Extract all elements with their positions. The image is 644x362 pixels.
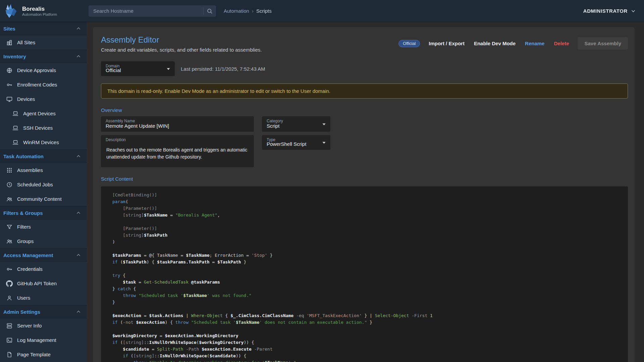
code-line [112,265,620,272]
sidebar-item-label: Users [17,295,30,301]
chevron-up-icon [75,252,82,258]
code-line: $candidate = Split-Path -Path $execActio… [112,346,620,353]
sidebar-item-scheduled-jobs[interactable]: Scheduled Jobs [0,177,87,192]
overview-row-2: Description Reaches out to the remote Bo… [101,135,628,167]
main-content: Assembly Editor Create and edit variable… [87,22,644,362]
sidebar-item-all-sites[interactable]: All Sites [0,35,87,50]
sidebar-section-sites[interactable]: Sites [0,22,87,35]
sidebar-item-server-info[interactable]: Server Info [0,318,87,333]
breadcrumb-item-scripts[interactable]: Scripts [256,8,272,14]
rename-button[interactable]: Rename [522,39,548,48]
dropdown-arrow-icon [320,139,328,146]
domain-select-value: Official [106,67,121,73]
buildings-icon [6,39,13,46]
import-export-button[interactable]: Import / Export [425,39,468,48]
sidebar-item-label: Community Content [17,196,62,202]
code-line: [CmdletBinding()] [112,192,620,198]
sidebar-item-log-management[interactable]: Log Management [0,333,87,347]
readonly-warning-banner: This domain is read-only. Enable Dev Mod… [101,83,628,99]
assembly-name-field[interactable]: Assembly Name Remote Agent Update [WIN] [101,116,254,132]
breadcrumb-item-automation[interactable]: Automation [224,8,249,14]
sidebar-item-groups[interactable]: Groups [0,234,87,248]
code-line [112,306,620,312]
server-icon [6,322,13,329]
code-line: $taskParams = @{ TaskName = $TaskName; E… [112,252,620,259]
code-line: $task = Get-ScheduledTask @taskParams [112,279,620,286]
sidebar-item-enrollment-codes[interactable]: Enrollment Codes [0,77,87,92]
sidebar-section-label: Task Automation [3,154,44,159]
enable-dev-mode-button[interactable]: Enable Dev Mode [471,39,519,48]
sidebar-item-label: Log Management [17,337,56,343]
panel-header: Assembly Editor Create and edit variable… [101,35,628,53]
code-line: try { [112,272,620,279]
page-title: Assembly Editor [101,35,262,45]
terminal-icon [6,337,13,344]
chevron-up-icon [75,25,82,32]
script-content-section-label: Script Content [101,176,628,182]
sidebar-item-filters[interactable]: Filters [0,220,87,234]
code-line: if (-not $execAction) { throw "Scheduled… [112,319,620,326]
sidebar-item-label: Agent Devices [23,111,56,116]
category-select[interactable]: Category Script [262,116,330,132]
search-input[interactable] [89,8,203,14]
sidebar-item-label: Server Info [17,323,42,328]
domain-select[interactable]: Domain Official [101,61,175,76]
key-icon [6,81,13,88]
page-subtitle: Create and edit variables, scripts, and … [101,47,262,53]
sidebar-item-page-template[interactable]: Page Template [0,347,87,362]
sidebar-item-label: All Sites [17,40,35,45]
sidebar-item-label: Scheduled Jobs [17,182,53,187]
sidebar-item-community-content[interactable]: Community Content [0,192,87,206]
brand-title: Borealis [22,6,57,12]
dropdown-arrow-icon [165,65,172,72]
page-icon [6,351,13,358]
type-select[interactable]: Type PowerShell Script [262,135,330,150]
description-field[interactable]: Description Reaches out to the remote Bo… [101,135,254,167]
sidebar-section-task-automation[interactable]: Task Automation [0,149,87,163]
description-label: Description [106,137,126,142]
sidebar-item-github-api-token[interactable]: GitHub API Token [0,276,87,291]
code-line: ) [112,239,620,245]
category-label: Category [267,119,283,123]
sidebar-section-admin-settings[interactable]: Admin Settings [0,305,87,318]
sidebar-item-winrm-devices[interactable]: WinRM Devices [0,135,87,149]
code-line: } catch { [112,286,620,292]
sidebar-item-credentials[interactable]: Credentials [0,262,87,276]
user-menu[interactable]: ADMINISTRATOR [583,8,637,14]
sidebar-item-ssh-devices[interactable]: SSH Devices [0,121,87,135]
code-line: } [112,299,620,306]
script-editor[interactable]: [CmdletBinding()]param( [Parameter()] [s… [101,186,628,362]
code-line: param( [112,198,620,205]
sidebar-item-agent-devices[interactable]: Agent Devices [0,106,87,121]
user-icon [6,295,13,301]
sidebar-item-device-approvals[interactable]: Device Approvals [0,63,87,77]
sidebar-item-devices[interactable]: Devices [0,92,87,106]
brand[interactable]: Borealis Automation Platform [0,4,87,18]
toolbar: Official Import / Export Enable Dev Mode… [398,37,628,50]
key-icon [6,266,13,273]
code-line: if ($TaskPath) { $taskParams.TaskPath = … [112,259,620,265]
sidebar-item-label: Groups [17,238,34,244]
delete-button[interactable]: Delete [550,39,572,48]
code-line: $execAction = $task.Actions | Where-Obje… [112,312,620,319]
save-assembly-button[interactable]: Save Assembly [578,37,628,50]
category-value: Script [267,123,279,129]
sidebar-item-label: Credentials [17,266,43,272]
search-icon[interactable] [203,7,216,15]
code-line [112,245,620,252]
sidebar-section-inventory[interactable]: Inventory [0,50,87,63]
sidebar-section-access-management[interactable]: Access Management [0,248,87,262]
sidebar-item-label: Filters [17,224,31,230]
last-persisted-text: Last persisted: 11/1/2025, 7:52:43 AM [181,66,265,72]
overview-section-label: Overview [101,107,628,113]
code-line: if ([string]::IsNullOrWhiteSpace($workin… [112,339,620,346]
sidebar-section-label: Inventory [3,54,26,59]
sidebar-section-label: Access Management [3,252,53,258]
sidebar-item-assemblies[interactable]: Assemblies [0,163,87,177]
sidebar-item-users[interactable]: Users [0,291,87,305]
chevron-down-icon [630,8,637,14]
monitor-icon [6,96,13,103]
sidebar-item-label: SSH Devices [23,125,53,131]
chevron-up-icon [75,308,82,315]
sidebar-section-filters-groups[interactable]: Filters & Groups [0,206,87,220]
